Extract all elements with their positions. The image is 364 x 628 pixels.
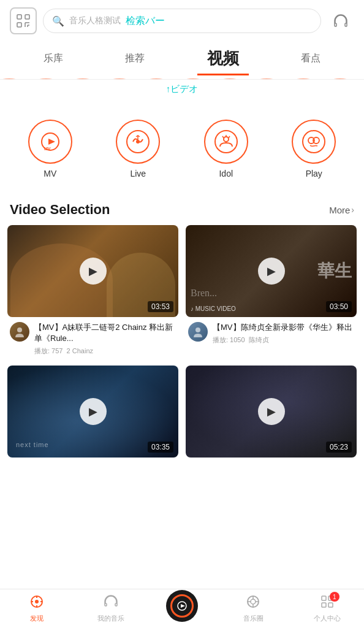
video-duration-1: 03:53: [148, 301, 173, 312]
video-duration-2: 03:50: [326, 301, 352, 312]
video-info-2: 【MV】陈绮贞全新录影带《华生》释出 播放: 1050 陈绮贞: [186, 317, 357, 347]
svg-marker-26: [181, 604, 185, 608]
category-row: MV MV Live Idol: [0, 95, 364, 191]
search-icon: 🔍: [52, 15, 64, 27]
category-live[interactable]: Live: [116, 120, 160, 178]
profile-label: 个人中心: [314, 614, 341, 623]
svg-point-20: [35, 600, 39, 603]
svg-rect-36: [328, 603, 333, 607]
svg-text:MV: MV: [44, 147, 51, 151]
play-icon-circle: [292, 120, 336, 164]
nav-item-mymusic[interactable]: 我的音乐: [93, 594, 129, 623]
video-title-2: 【MV】陈绮贞全新录影带《华生》释出: [213, 322, 354, 333]
mv-label: MV: [44, 169, 56, 178]
mv-icon-circle: MV: [28, 120, 72, 164]
search-placeholder-text: 音乐人格测试: [69, 15, 121, 26]
header: 🔍 音乐人格测试 检索バー: [0, 0, 364, 42]
play-button-1[interactable]: ▶: [80, 258, 107, 285]
center-play-icon: [170, 594, 194, 618]
circle-label: 音乐圈: [243, 614, 264, 623]
tab-library[interactable]: 乐库: [34, 46, 73, 71]
music-video-badge: ♪ MUSIC VIDEO: [191, 305, 236, 312]
category-mv[interactable]: MV MV: [28, 120, 72, 178]
profile-icon: 1: [320, 594, 335, 613]
nav-item-discover[interactable]: 发现: [18, 594, 55, 623]
svg-point-11: [136, 140, 140, 144]
video-thumbnail-3: next time ▶ 03:35: [7, 366, 178, 458]
chevron-right-icon: ›: [351, 205, 354, 215]
svg-point-13: [224, 137, 229, 142]
idol-icon-circle: [204, 120, 248, 164]
video-meta-2: 播放: 1050 陈绮贞: [213, 335, 354, 345]
idol-label: Idol: [219, 169, 233, 178]
section-title: Video Selection: [10, 202, 110, 218]
video-thumbnail-2: 華生 Bren... ▶ 03:50 ♪ MUSIC VIDEO: [186, 225, 357, 317]
discover-icon: [29, 594, 44, 613]
video-duration-3: 03:35: [148, 442, 173, 453]
category-play[interactable]: Play: [292, 120, 336, 178]
svg-rect-33: [322, 596, 326, 600]
circle-icon: [246, 594, 260, 613]
svg-point-18: [195, 327, 200, 332]
video-annotation: ↑ビデオ: [0, 80, 364, 95]
search-highlight-text: 检索バー: [126, 15, 165, 28]
svg-rect-35: [322, 603, 326, 607]
play-button-3[interactable]: ▶: [80, 398, 107, 425]
nav-item-center[interactable]: [166, 590, 198, 622]
artist-avatar-2: [188, 322, 208, 342]
svg-rect-2: [17, 23, 21, 27]
tab-video[interactable]: 视频: [197, 42, 249, 75]
search-bar[interactable]: 🔍 音乐人格测试 检索バー: [43, 9, 321, 33]
nav-item-profile[interactable]: 1 个人中心: [309, 594, 346, 623]
play-label: Play: [306, 169, 322, 178]
svg-point-28: [251, 599, 256, 604]
video-card-2[interactable]: 華生 Bren... ▶ 03:50 ♪ MUSIC VIDEO 【MV】陈绮贞…: [186, 225, 357, 358]
scan-icon[interactable]: [10, 7, 37, 34]
nav-tabs: 乐库 推荐 视频 看点: [0, 42, 364, 80]
live-icon-circle: [116, 120, 160, 164]
video-duration-4: 05:23: [326, 442, 352, 453]
artist-avatar-1: [10, 322, 29, 342]
video-card-3[interactable]: next time ▶ 03:35: [7, 366, 178, 458]
category-idol[interactable]: Idol: [204, 120, 248, 178]
discover-label: 发现: [30, 614, 44, 623]
svg-rect-0: [17, 15, 21, 19]
video-selection-header: Video Selection More ›: [0, 197, 364, 225]
profile-badge: 1: [330, 592, 339, 602]
svg-point-17: [17, 327, 22, 332]
video-title-1: 【MV】A妹联手二链哥2 Chainz 释出新单《Rule...: [34, 322, 176, 344]
video-text-2: 【MV】陈绮贞全新录影带《华生》释出 播放: 1050 陈绮贞: [213, 322, 354, 345]
headphone-icon[interactable]: [327, 7, 354, 34]
tab-recommend[interactable]: 推荐: [115, 46, 154, 71]
video-info-1: 【MV】A妹联手二链哥2 Chainz 释出新单《Rule... 播放: 757…: [7, 317, 178, 358]
svg-rect-1: [25, 15, 29, 19]
video-card-4[interactable]: ▶ 05:23: [186, 366, 357, 458]
video-card-1[interactable]: ▶ 03:53 【MV】A妹联手二链哥2 Chainz 释出新单《Rule...…: [7, 225, 178, 358]
mymusic-label: 我的音乐: [97, 614, 124, 623]
play-button-2[interactable]: ▶: [258, 258, 285, 285]
tab-discover[interactable]: 看点: [291, 46, 330, 71]
video-text-1: 【MV】A妹联手二链哥2 Chainz 释出新单《Rule... 播放: 757…: [34, 322, 176, 356]
video-meta-1: 播放: 757 2 Chainz: [34, 347, 176, 356]
video-thumbnail-4: ▶ 05:23: [186, 366, 357, 458]
nav-item-circle[interactable]: 音乐圈: [235, 594, 271, 623]
mymusic-icon: [104, 594, 118, 613]
play-button-4[interactable]: ▶: [258, 398, 285, 425]
svg-marker-8: [48, 139, 55, 145]
video-thumbnail-1: ▶ 03:53: [7, 225, 178, 317]
more-button[interactable]: More ›: [329, 205, 354, 215]
bottom-nav: 发现 我的音乐 音: [0, 589, 364, 628]
video-grid: ▶ 03:53 【MV】A妹联手二链哥2 Chainz 释出新单《Rule...…: [0, 225, 364, 458]
live-label: Live: [130, 169, 146, 178]
